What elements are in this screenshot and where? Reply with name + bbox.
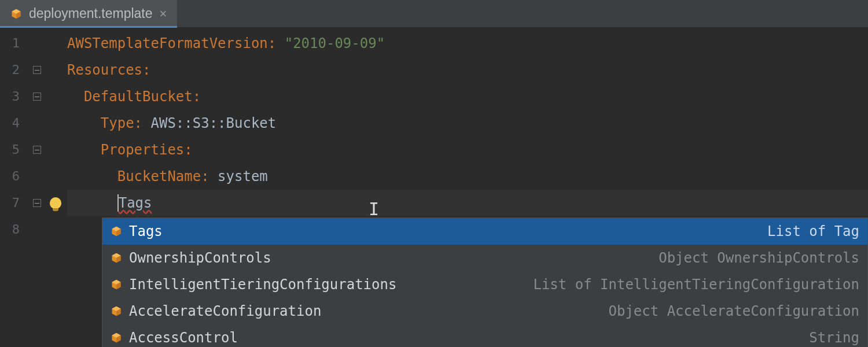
line-number: 8 — [0, 216, 30, 243]
suggestion-type: List of IntelligentTieringConfiguration — [403, 276, 859, 293]
code-line[interactable]: Resources: — [67, 57, 868, 83]
suggestion-type: Object AccelerateConfiguration — [328, 303, 859, 319]
suggestion-item[interactable]: Tags List of Tag — [102, 218, 867, 245]
cloudformation-icon — [10, 8, 22, 20]
line-number: 6 — [0, 163, 30, 190]
tab-bar: deployment.template × — [0, 0, 868, 28]
code-line[interactable]: BucketName: system — [67, 163, 868, 190]
fold-toggle[interactable] — [33, 66, 41, 74]
suggestion-name: OwnershipControls — [129, 250, 271, 266]
code-area[interactable]: AWSTemplateFormatVersion: "2010-09-09" R… — [67, 28, 868, 347]
suggestion-name: AccelerateConfiguration — [129, 303, 321, 319]
close-icon[interactable]: × — [160, 8, 167, 20]
property-icon — [111, 332, 122, 344]
line-number: 2 — [0, 57, 30, 83]
line-number: 7 — [0, 190, 30, 216]
suggestion-item[interactable]: IntelligentTieringConfigurations List of… — [102, 271, 867, 298]
line-number: 1 — [0, 30, 30, 57]
code-line[interactable]: DefaultBucket: — [67, 83, 868, 110]
code-line[interactable]: Type: AWS::S3::Bucket — [67, 110, 868, 136]
line-number: 3 — [0, 83, 30, 110]
fold-toggle[interactable] — [33, 146, 41, 154]
line-number: 5 — [0, 136, 30, 163]
fold-toggle[interactable] — [33, 93, 41, 101]
editor[interactable]: 1 2 3 4 5 6 7 8 AWSTemplateFormatVersion… — [0, 28, 868, 347]
suggestion-item[interactable]: AccessControl String — [102, 324, 867, 347]
suggestion-name: Tags — [129, 223, 163, 239]
fold-toggle[interactable] — [33, 199, 41, 207]
suggestion-name: IntelligentTieringConfigurations — [129, 276, 396, 293]
suggestion-item[interactable]: AccelerateConfiguration Object Accelerat… — [102, 298, 867, 324]
tab-deployment-template[interactable]: deployment.template × — [0, 0, 177, 27]
hint-gutter — [44, 28, 67, 347]
property-icon — [111, 305, 122, 317]
suggestion-item[interactable]: OwnershipControls Object OwnershipContro… — [102, 245, 867, 271]
line-number-gutter: 1 2 3 4 5 6 7 8 — [0, 28, 30, 347]
code-line[interactable]: AWSTemplateFormatVersion: "2010-09-09" — [67, 30, 868, 57]
suggestion-name: AccessControl — [129, 330, 238, 346]
suggestion-type: String — [245, 330, 859, 346]
property-icon — [111, 279, 122, 290]
autocomplete-popup: Tags List of Tag OwnershipControls Objec… — [102, 217, 868, 347]
suggestion-type: Object OwnershipControls — [278, 250, 859, 266]
tab-label: deployment.template — [29, 6, 153, 21]
lightbulb-icon[interactable] — [50, 197, 61, 209]
fold-gutter — [30, 28, 44, 347]
property-icon — [111, 252, 122, 264]
line-number: 4 — [0, 110, 30, 136]
suggestion-type: List of Tag — [170, 223, 859, 239]
property-icon — [111, 226, 122, 237]
code-line[interactable]: Properties: — [67, 136, 868, 163]
code-line-current[interactable]: Tags — [67, 190, 868, 216]
